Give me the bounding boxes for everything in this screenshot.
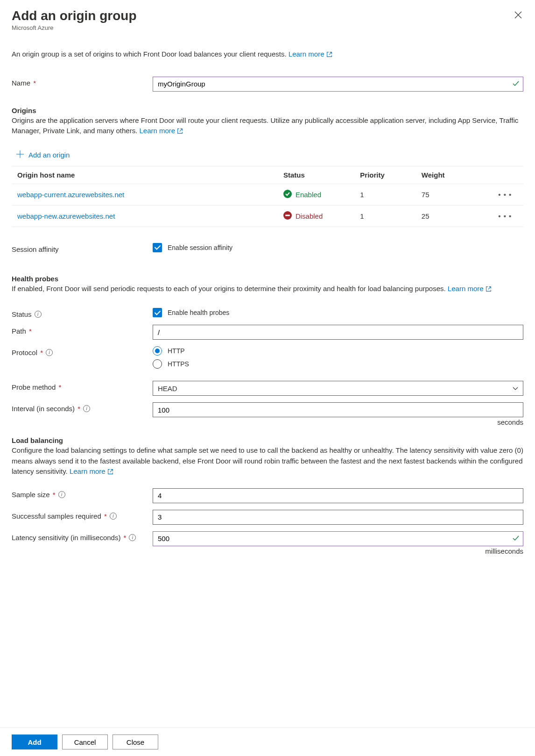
weight-value: 75 [416,184,493,205]
session-affinity-checkbox[interactable] [153,243,162,252]
external-link-icon [177,127,183,137]
external-link-icon [107,467,113,478]
add-button[interactable]: Add [12,735,57,749]
probe-method-label: Probe method * [12,381,153,391]
learn-more-link[interactable]: Learn more [289,50,332,58]
radio-label: HTTPS [168,360,189,368]
session-affinity-checkbox-label: Enable session affinity [168,244,232,251]
more-actions-icon[interactable]: • • • [498,212,512,220]
info-icon[interactable]: i [129,534,136,541]
latency-unit: milliseconds [153,547,523,555]
path-input[interactable] [153,325,523,340]
external-link-icon [326,50,332,61]
col-hostname: Origin host name [12,166,278,184]
successful-samples-label: Successful samples required * i [12,510,153,520]
health-probes-learn-more-link[interactable]: Learn more [448,285,492,292]
health-probes-description: If enabled, Front Door will send periodi… [12,284,523,295]
origin-hostname-link[interactable]: webapp-new.azurewebsites.net [12,205,278,227]
interval-unit: seconds [153,418,523,426]
info-icon[interactable]: i [46,349,53,356]
col-weight: Weight [416,166,493,184]
info-icon[interactable]: i [58,491,65,498]
info-icon[interactable]: i [83,405,90,412]
origin-hostname-link[interactable]: webapp-current.azurewebsites.net [12,184,278,205]
svg-point-0 [283,190,292,198]
load-balancing-description: Configure the load balancing settings to… [12,445,523,478]
add-origin-label: Add an origin [28,151,70,159]
name-input[interactable] [153,77,523,92]
info-icon[interactable]: i [35,311,42,318]
page-description: An origin group is a set of origins to w… [12,49,523,61]
protocol-http-radio[interactable]: HTTP [153,346,523,356]
sample-size-label: Sample size * i [12,488,153,499]
checkmark-icon [512,80,520,89]
table-row: webapp-new.azurewebsites.net Disabled 1 … [12,205,523,227]
col-priority: Priority [354,166,416,184]
description-text: An origin group is a set of origins to w… [12,50,287,58]
origins-learn-more-link[interactable]: Learn more [139,127,183,135]
origins-table: Origin host name Status Priority Weight … [12,166,523,227]
svg-rect-2 [285,214,290,216]
successful-samples-input[interactable] [153,510,523,525]
checkmark-icon [512,535,520,543]
protocol-https-radio[interactable]: HTTPS [153,359,523,369]
status-text: Disabled [296,212,323,220]
footer-bar: Add Cancel Close [0,727,535,756]
status-text: Enabled [296,191,321,199]
interval-input[interactable] [153,402,523,417]
priority-value: 1 [354,184,416,205]
more-actions-icon[interactable]: • • • [498,191,512,199]
cancel-button[interactable]: Cancel [62,735,108,749]
load-balancing-learn-more-link[interactable]: Learn more [70,467,113,475]
latency-label: Latency sensitivity (in milliseconds) * … [12,531,153,542]
learn-more-text: Learn more [289,50,324,58]
info-icon[interactable]: i [110,513,117,520]
add-origin-button[interactable]: Add an origin [16,150,523,159]
table-header-row: Origin host name Status Priority Weight [12,166,523,184]
health-probes-checkbox[interactable] [153,308,162,317]
page-subtitle: Microsoft Azure [12,24,523,31]
close-button[interactable]: Close [113,735,158,749]
origins-header: Origins [12,107,523,114]
origins-description: Origins are the application servers wher… [12,115,523,137]
radio-label: HTTP [168,347,185,355]
session-affinity-label: Session affinity [12,243,153,253]
load-balancing-header: Load balancing [12,436,523,444]
priority-value: 1 [354,205,416,227]
name-label: Name * [12,77,153,87]
weight-value: 25 [416,205,493,227]
plus-icon [16,150,24,159]
col-status: Status [278,166,354,184]
close-icon[interactable] [514,11,522,20]
latency-input[interactable] [153,531,523,546]
chevron-down-icon [512,385,519,393]
disabled-status-icon [283,211,292,221]
probe-method-select[interactable]: HEAD [153,381,523,396]
health-probes-header: Health probes [12,275,523,283]
external-link-icon [486,285,492,295]
interval-label: Interval (in seconds) * i [12,402,153,413]
protocol-radio-group: HTTP HTTPS [153,346,523,369]
health-probes-checkbox-label: Enable health probes [168,309,229,316]
table-row: webapp-current.azurewebsites.net Enabled… [12,184,523,205]
page-title: Add an origin group [12,8,523,23]
enabled-status-icon [283,190,292,200]
sample-size-input[interactable] [153,488,523,503]
path-label: Path * [12,325,153,335]
protocol-label: Protocol * i [12,346,153,357]
health-status-label: Status i [12,308,153,318]
